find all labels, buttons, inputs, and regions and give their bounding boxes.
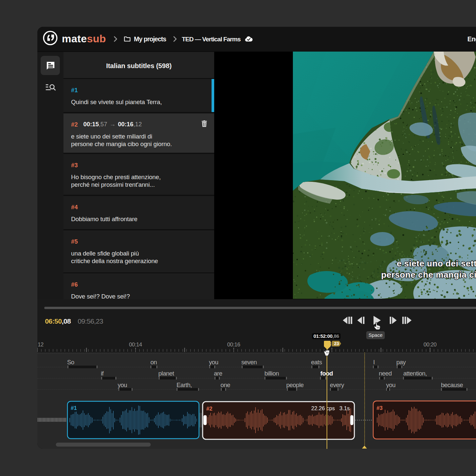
svg-text:#1: #1: [71, 405, 77, 411]
svg-text:persone che mangia cibo: persone che mangia cibo: [381, 270, 476, 280]
svg-text:22.26 cps 3.1s: 22.26 cps 3.1s: [311, 405, 350, 411]
svg-text:#2: #2: [206, 406, 212, 412]
svg-text:e siete uno dei sette: e siete uno dei sette: [397, 258, 476, 268]
svg-text:#3: #3: [377, 405, 382, 411]
